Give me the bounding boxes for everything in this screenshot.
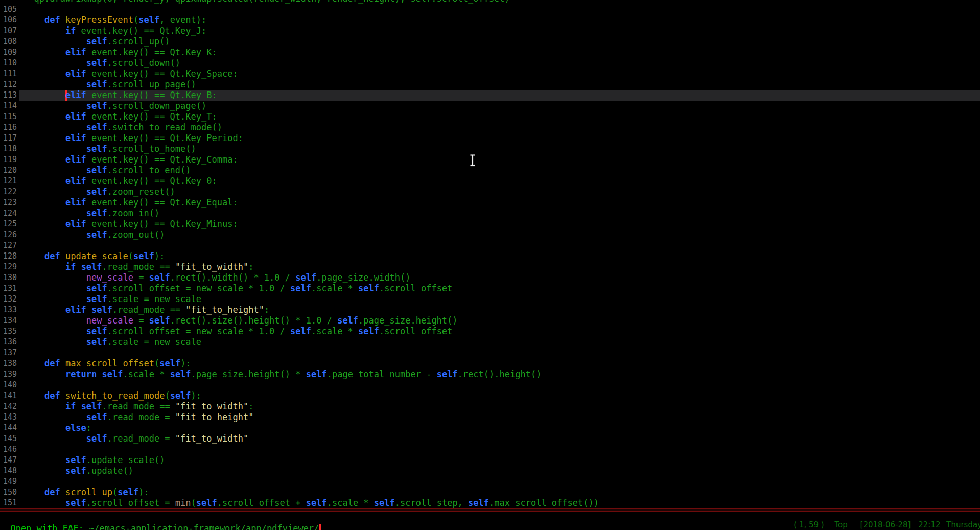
code-token: :	[248, 401, 253, 411]
code-token: "fit_to_width"	[175, 433, 248, 444]
code-line[interactable]: 122 self.zoom_reset()	[0, 187, 980, 197]
code-token: if	[65, 401, 76, 411]
code-line[interactable]: 124 self.zoom_in()	[0, 208, 980, 219]
code-line[interactable]: 138 def max_scroll_offset(self):	[0, 358, 980, 369]
code-line[interactable]: 131 self.scroll_offset = new_scale * 1.0…	[0, 283, 980, 294]
time-indicator: 22:12	[918, 520, 940, 529]
code-text: self.scroll_down()	[19, 58, 980, 68]
code-token: if	[65, 26, 76, 36]
code-token: self	[118, 487, 138, 497]
line-number: 114	[0, 101, 17, 111]
code-line[interactable]: 107 if event.key() == Qt.Key_J:	[0, 26, 980, 36]
code-line[interactable]: 118 self.scroll_to_home()	[0, 144, 980, 154]
code-token	[24, 187, 86, 197]
code-line[interactable]: 146	[0, 444, 980, 455]
code-text: self.scroll_up()	[19, 36, 980, 47]
line-number: 115	[0, 111, 17, 122]
code-line[interactable]: 141 def switch_to_read_mode(self):	[0, 390, 980, 401]
code-line[interactable]: 116 self.switch_to_read_mode()	[0, 122, 980, 133]
code-line[interactable]: 106 def keyPressEvent(self, event):	[0, 15, 980, 26]
code-token: self	[86, 326, 107, 336]
code-text: self.update()	[19, 466, 980, 476]
code-line[interactable]: 142 if self.read_mode == "fit_to_width":	[0, 401, 980, 412]
code-text: elif self.read_mode == "fit_to_height":	[19, 305, 980, 315]
code-line[interactable]: 123 elif event.key() == Qt.Key_Equal:	[0, 197, 980, 208]
code-text: qp.drawPixmap(0, render_y, qpixmap.scale…	[19, 0, 980, 4]
code-line[interactable]: 147 self.update_scale()	[0, 455, 980, 466]
code-buffer[interactable]: qp.drawPixmap(0, render_y, qpixmap.scale…	[0, 0, 980, 508]
code-token: event.key() == Qt.Key_0:	[86, 176, 217, 186]
code-token	[24, 315, 86, 326]
code-line[interactable]: 110 self.scroll_down()	[0, 58, 980, 68]
code-text: elif event.key() == Qt.Key_Equal:	[19, 197, 980, 208]
code-line[interactable]: 145 self.read_mode = "fit_to_width"	[0, 433, 980, 444]
code-line[interactable]: 139 return self.scale * self.page_size.h…	[0, 369, 980, 380]
code-token: .scroll_to_end()	[107, 165, 191, 175]
code-line[interactable]: 133 elif self.read_mode == "fit_to_heigh…	[0, 305, 980, 315]
line-number: 113	[0, 90, 17, 101]
line-number: 138	[0, 358, 17, 369]
line-number: 122	[0, 187, 17, 197]
code-token	[24, 208, 86, 218]
code-line[interactable]: 129 if self.read_mode == "fit_to_width":	[0, 262, 980, 272]
code-line[interactable]: 132 self.scale = new_scale	[0, 294, 980, 305]
code-line[interactable]: 121 elif event.key() == Qt.Key_0:	[0, 176, 980, 187]
code-line[interactable]: 148 self.update()	[0, 466, 980, 476]
code-line[interactable]: 117 elif event.key() == Qt.Key_Period:	[0, 133, 980, 144]
code-line[interactable]: 108 self.scroll_up()	[0, 36, 980, 47]
code-token: .scroll_down()	[107, 58, 180, 68]
code-line[interactable]: 135 self.scroll_offset = new_scale * 1.0…	[0, 326, 980, 337]
code-token: event.key() == Qt.Key_K:	[86, 47, 217, 57]
code-line[interactable]: 150 def scroll_up(self):	[0, 487, 980, 498]
code-line[interactable]: 143 self.read_mode = "fit_to_height"	[0, 412, 980, 423]
code-token: .scale = new_scale	[107, 337, 201, 347]
code-line[interactable]: 111 elif event.key() == Qt.Key_Space:	[0, 68, 980, 79]
code-token	[24, 305, 65, 315]
code-text: if self.read_mode == "fit_to_width":	[19, 401, 980, 412]
code-token: (	[191, 498, 196, 508]
code-line[interactable]: 127	[0, 240, 980, 251]
code-token: self	[86, 294, 107, 304]
code-token: self	[358, 326, 379, 336]
code-token: self	[86, 337, 107, 347]
minibuffer-input[interactable]: ~/emacs-application-framework/app/pdfvie…	[89, 523, 319, 530]
code-text: elif event.key() == Qt.Key_0:	[19, 176, 980, 187]
code-token: .rect().width() * 1.0 /	[170, 272, 296, 283]
code-token: .update()	[86, 466, 133, 476]
code-text: self.scroll_down_page()	[19, 101, 980, 111]
code-line[interactable]: 115 elif event.key() == Qt.Key_T:	[0, 111, 980, 122]
code-line[interactable]: 140	[0, 380, 980, 390]
code-line[interactable]: 125 elif event.key() == Qt.Key_Minus:	[0, 219, 980, 229]
code-line[interactable]: 114 self.scroll_down_page()	[0, 101, 980, 111]
code-token	[24, 358, 44, 368]
code-line[interactable]: 130 new_scale = self.rect().width() * 1.…	[0, 272, 980, 283]
code-line[interactable]: 112 self.scroll_up_page()	[0, 79, 980, 90]
code-token: (	[112, 487, 118, 497]
code-line[interactable]: 126 self.zoom_out()	[0, 229, 980, 240]
code-token	[24, 176, 65, 186]
code-token: self	[468, 498, 489, 508]
code-token: self	[149, 272, 170, 283]
code-line[interactable]: qp.drawPixmap(0, render_y, qpixmap.scale…	[0, 0, 980, 4]
code-token	[24, 68, 65, 79]
code-line[interactable]: 134 new_scale = self.rect().size().heigh…	[0, 315, 980, 326]
code-token: self	[437, 369, 458, 379]
code-token: .scroll_offset	[379, 283, 452, 293]
code-line[interactable]: 151 self.scroll_offset = min(self.scroll…	[0, 498, 980, 508]
code-line[interactable]: 137	[0, 348, 980, 358]
line-number: 117	[0, 133, 17, 144]
code-token: elif	[65, 111, 86, 122]
code-token: .scroll_offset +	[217, 498, 306, 508]
code-token: elif	[65, 219, 86, 229]
code-line[interactable]: 128 def update_scale(self):	[0, 251, 980, 262]
code-line[interactable]: 136 self.scale = new_scale	[0, 337, 980, 348]
code-line[interactable]: 105	[0, 4, 980, 15]
code-line-current[interactable]: 113 elif event.key() == Qt.Key_B:	[0, 90, 980, 101]
code-token: "fit_to_width"	[175, 262, 248, 272]
code-editor[interactable]: qp.drawPixmap(0, render_y, qpixmap.scale…	[0, 0, 980, 508]
code-line[interactable]: 144 else:	[0, 423, 980, 433]
code-line[interactable]: 119 elif event.key() == Qt.Key_Comma:	[0, 154, 980, 165]
code-line[interactable]: 149	[0, 476, 980, 487]
code-line[interactable]: 120 self.scroll_to_end()	[0, 165, 980, 176]
code-line[interactable]: 109 elif event.key() == Qt.Key_K:	[0, 47, 980, 58]
